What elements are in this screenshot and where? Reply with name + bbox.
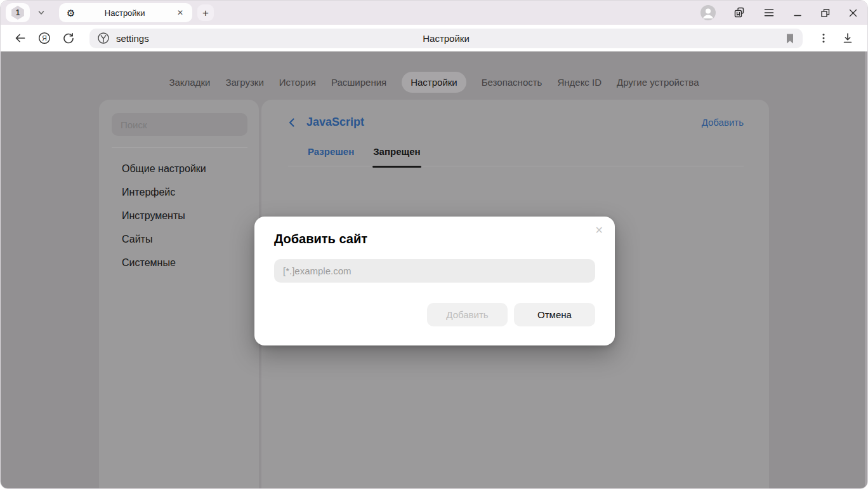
- profile-avatar[interactable]: [700, 5, 716, 20]
- kebab-menu-icon: [818, 32, 829, 44]
- add-site-link[interactable]: Добавить: [702, 117, 744, 128]
- tab-close-icon[interactable]: ✕: [174, 7, 186, 18]
- page-actions-button[interactable]: [814, 29, 833, 48]
- yandex-home-button[interactable]: Я: [35, 29, 54, 48]
- reload-button[interactable]: [59, 29, 78, 48]
- scrollbar-track[interactable]: [865, 51, 867, 489]
- address-bar[interactable]: settings Настройки: [89, 29, 803, 48]
- nav-tab-extensions[interactable]: Расширения: [331, 72, 386, 93]
- address-bar-left: settings: [97, 32, 149, 44]
- add-button[interactable]: Добавить: [427, 303, 508, 326]
- cancel-button[interactable]: Отмена: [514, 303, 595, 326]
- chevron-down-icon: [37, 8, 46, 17]
- restore-button[interactable]: [820, 8, 831, 18]
- back-button[interactable]: [11, 29, 30, 48]
- tab-counter-button[interactable]: 1: [6, 3, 30, 22]
- close-icon: [848, 8, 858, 18]
- new-tab-button[interactable]: +: [197, 4, 214, 21]
- settings-page: Закладки Загрузки История Расширения Нас…: [1, 51, 867, 489]
- browser-menu-button[interactable]: [763, 6, 775, 19]
- bookmark-button[interactable]: [785, 33, 795, 44]
- main-header: JavaScript Добавить: [288, 116, 744, 129]
- search-input[interactable]: [112, 113, 247, 136]
- tab-blocked[interactable]: Запрещен: [373, 146, 420, 157]
- sidebar-divider: [112, 147, 247, 148]
- restore-icon: [820, 8, 831, 18]
- nav-tab-yandex-id[interactable]: Яндекс ID: [557, 72, 602, 93]
- sidebar-item-tools[interactable]: Инструменты: [99, 204, 259, 227]
- bookmark-icon: [785, 33, 795, 44]
- download-icon: [841, 32, 854, 44]
- downloads-button[interactable]: [838, 29, 857, 48]
- dialog-close-icon[interactable]: ✕: [595, 224, 603, 236]
- hamburger-menu-icon: [763, 6, 775, 19]
- site-settings-icon: [97, 32, 110, 44]
- allowed-blocked-tabs: Разрешен Запрещен: [288, 146, 744, 166]
- sidebar-item-system[interactable]: Системные: [99, 251, 259, 274]
- close-window-button[interactable]: [848, 8, 858, 18]
- browser-tab-settings[interactable]: ⚙ Настройки ✕: [59, 3, 192, 22]
- browser-window: 1 ⚙ Настройки ✕ +: [0, 0, 868, 489]
- sidebar-item-general[interactable]: Общие настройки: [99, 157, 259, 180]
- tab-count-badge: 1: [11, 6, 25, 20]
- dialog-title: Добавить сайт: [274, 232, 367, 246]
- back-arrow-icon: [14, 32, 27, 44]
- settings-sidebar: Общие настройки Интерфейс Инструменты Са…: [99, 100, 259, 489]
- site-url-input[interactable]: [274, 259, 595, 283]
- sidebar-item-interface[interactable]: Интерфейс: [99, 180, 259, 204]
- nav-tab-settings[interactable]: Настройки: [402, 72, 466, 93]
- yandex-logo-icon: Я: [37, 31, 51, 45]
- back-to-sites-button[interactable]: [288, 117, 296, 128]
- tab-list-chevron-button[interactable]: [34, 5, 49, 20]
- nav-tab-security[interactable]: Безопасность: [482, 72, 542, 93]
- tab-title: Настройки: [75, 8, 174, 18]
- window-controls: [700, 5, 858, 20]
- add-site-dialog: ✕ Добавить сайт Добавить Отмена: [254, 217, 615, 345]
- nav-tab-history[interactable]: История: [279, 72, 316, 93]
- sidebar-list: Общие настройки Интерфейс Инструменты Са…: [99, 157, 259, 274]
- section-title: JavaScript: [306, 116, 364, 129]
- chevron-left-icon: [288, 117, 296, 128]
- nav-tab-downloads[interactable]: Загрузки: [225, 72, 263, 93]
- page-title: Настройки: [89, 33, 803, 44]
- url-text: settings: [116, 33, 149, 44]
- nav-tab-bookmarks[interactable]: Закладки: [169, 72, 210, 93]
- sidebar-item-sites[interactable]: Сайты: [99, 227, 259, 251]
- minimize-icon: [792, 8, 803, 18]
- user-icon: [700, 5, 716, 20]
- settings-nav: Закладки Загрузки История Расширения Нас…: [1, 69, 867, 95]
- side-panel-button[interactable]: [733, 6, 746, 19]
- toolbar: Я settings Настройки: [1, 25, 867, 51]
- side-panel-icon: [733, 6, 746, 19]
- tab-allowed[interactable]: Разрешен: [308, 146, 354, 157]
- dialog-buttons: Добавить Отмена: [427, 303, 595, 326]
- reload-icon: [62, 32, 75, 44]
- svg-text:Я: Я: [42, 34, 47, 42]
- gear-icon: ⚙: [67, 8, 75, 18]
- titlebar: 1 ⚙ Настройки ✕ +: [1, 1, 867, 25]
- minimize-button[interactable]: [792, 8, 803, 18]
- nav-tab-other-devices[interactable]: Другие устройства: [617, 72, 699, 93]
